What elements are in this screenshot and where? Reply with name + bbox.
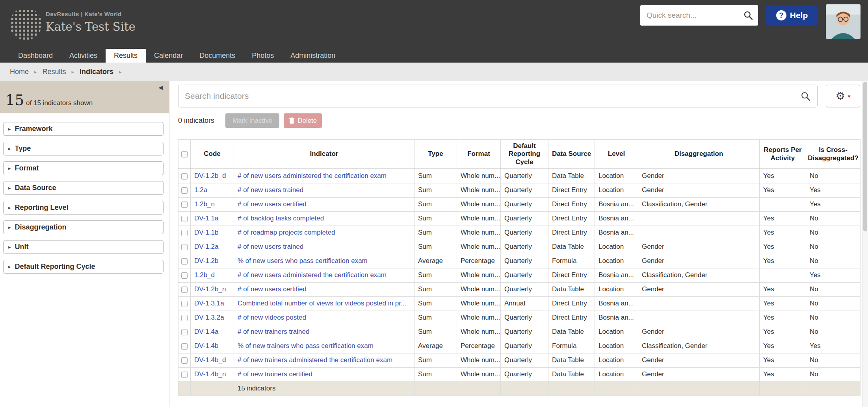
row-checkbox[interactable] [181,357,188,364]
row-checkbox[interactable] [181,301,188,307]
indicator-code-link[interactable]: DV-1.1b [194,229,218,236]
indicator-name-link[interactable]: # of new users administered the certific… [238,271,387,279]
delete-button[interactable]: Delete [284,113,322,128]
avatar[interactable] [826,4,861,39]
nav-documents[interactable]: Documents [191,49,243,63]
indicator-code-link[interactable]: 1.2b_d [194,271,215,279]
filter-framework[interactable]: ▸ Framework [3,122,164,136]
nav-activities[interactable]: Activities [61,49,106,63]
indicator-code-link[interactable]: DV-1.2b [194,257,218,265]
breadcrumb-arrow-icon: ▸ [72,69,74,75]
row-checkbox[interactable] [181,343,188,350]
row-checkbox[interactable] [181,329,188,335]
filter-data-source[interactable]: ▸ Data Source [3,181,164,195]
indicator-code-link[interactable]: 1.2b_n [194,200,215,208]
cell-code: 1.2b_d [191,268,234,282]
scrollbar-thumb[interactable] [863,82,867,231]
nav-calendar[interactable]: Calendar [146,49,191,63]
indicator-name-link[interactable]: # of new trainers certified [238,370,312,378]
cell-level: Bosnia an... [595,197,638,211]
row-checkbox[interactable] [181,187,188,194]
col-indicator[interactable]: Indicator [234,140,414,169]
cell-code: DV-1.4a [191,325,234,339]
breadcrumb-results[interactable]: Results [43,68,66,76]
filter-default-reporting-cycle[interactable]: ▸ Default Reporting Cycle [3,260,164,274]
col-disaggregation[interactable]: Disaggregation [638,140,760,169]
help-button[interactable]: ? Help [766,5,818,26]
col-level[interactable]: Level [595,140,638,169]
row-checkbox[interactable] [181,372,188,378]
quick-search-input[interactable] [640,5,758,26]
indicator-code-link[interactable]: DV-1.4b [194,342,218,350]
indicator-name-link[interactable]: Combined total number of views for video… [238,300,406,307]
row-checkbox[interactable] [181,216,188,222]
filter-reporting-level[interactable]: ▸ Reporting Level [3,201,164,215]
indicator-code-link[interactable]: 1.2a [194,186,207,194]
col-reports-per-activity[interactable]: Reports Per Activity [760,140,806,169]
row-checkbox[interactable] [181,173,188,179]
indicator-name-link[interactable]: # of roadmap projects completed [238,229,335,236]
col-code[interactable]: Code [191,140,234,169]
col-type[interactable]: Type [414,140,457,169]
indicator-name-link[interactable]: # of new users trained [238,243,303,250]
scrollbar[interactable] [862,81,868,407]
nav-dashboard[interactable]: Dashboard [10,49,61,63]
search-icon[interactable] [800,91,811,102]
indicator-name-link[interactable]: # of new users certified [238,200,307,208]
row-checkbox[interactable] [181,244,188,250]
col-cross-disaggregated[interactable]: Is Cross-Disaggregated? [806,140,861,169]
indicator-name-link[interactable]: % of new trainers who pass certification… [238,342,374,350]
filter-unit[interactable]: ▸ Unit [3,240,164,254]
indicator-code-link[interactable]: DV-1.4b_n [194,370,226,378]
indicator-code-link[interactable]: DV-1.4a [194,328,218,335]
indicator-name-link[interactable]: # of new trainers administered the certi… [238,356,392,364]
indicator-name-link[interactable]: # of backlog tasks completed [238,215,324,222]
indicator-code-link[interactable]: DV-1.2b_n [194,285,226,293]
cell-type: Sum [414,197,457,211]
indicator-name-link[interactable]: # of new users administered the certific… [238,172,387,179]
select-all-checkbox[interactable] [181,151,188,157]
indicator-code-link[interactable]: DV-1.2b_d [194,172,226,179]
row-checkbox[interactable] [181,272,188,279]
indicator-name-link[interactable]: # of new users trained [238,186,303,194]
devresults-logo[interactable] [9,8,42,40]
mark-inactive-button[interactable]: Mark Inactive [225,113,279,128]
indicator-code-link[interactable]: DV-1.4b_d [194,356,226,364]
col-default-reporting-cycle[interactable]: Default Reporting Cycle [501,140,548,169]
filter-disaggregation[interactable]: ▸ Disaggregation [3,220,164,234]
row-checkbox[interactable] [181,315,188,321]
breadcrumb-home[interactable]: Home [10,68,29,76]
cell-disaggregation: Gender [638,169,760,183]
nav-photos[interactable]: Photos [243,49,282,63]
cell-type: Sum [414,226,457,240]
col-data-source[interactable]: Data Source [548,140,595,169]
cell-indicator: % of new users who pass certification ex… [234,254,414,268]
indicator-name-link[interactable]: # of new trainers trained [238,328,309,335]
indicator-name-link[interactable]: % of new users who pass certification ex… [238,257,368,265]
org-site-label: DevResults | Kate's World [46,11,136,17]
indicator-search-input[interactable] [178,85,817,107]
nav-administration[interactable]: Administration [282,49,344,63]
search-icon[interactable] [743,10,753,20]
collapse-sidebar-button[interactable]: ◀ [158,84,163,91]
indicator-code-link[interactable]: DV-1.3.1a [194,300,224,307]
filter-format[interactable]: ▸ Format [3,161,164,175]
indicator-count-text: of 15 indicators shown [26,99,93,107]
row-checkbox[interactable] [181,287,188,293]
row-checkbox[interactable] [181,258,188,265]
indicator-name-link[interactable]: # of new users certified [238,285,307,293]
cell-disaggregation [638,211,760,226]
nav-results[interactable]: Results [106,49,146,63]
row-checkbox[interactable] [181,230,188,236]
indicator-name-link[interactable]: # of new videos posted [238,314,306,321]
row-checkbox[interactable] [181,202,188,208]
indicator-code-link[interactable]: DV-1.1a [194,215,218,222]
indicator-code-link[interactable]: DV-1.2a [194,243,218,250]
cell-data-source: Direct Entry [548,211,595,226]
indicator-search [178,85,818,107]
settings-button[interactable]: ⚙ ▾ [826,85,860,107]
main-nav: Dashboard Activities Results Calendar Do… [0,49,868,63]
col-format[interactable]: Format [457,140,501,169]
filter-type[interactable]: ▸ Type [3,142,164,155]
indicator-code-link[interactable]: DV-1.3.2a [194,314,224,321]
